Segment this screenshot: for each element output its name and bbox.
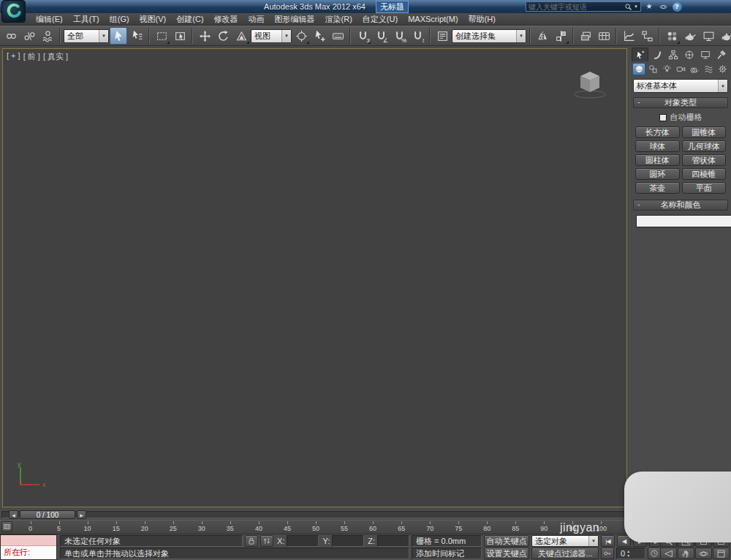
tab-create[interactable] — [632, 48, 648, 61]
open-mini-curve-editor-button[interactable] — [1, 521, 12, 532]
listener-row[interactable]: 所在行: — [1, 546, 56, 559]
bind-to-space-warp-button[interactable] — [39, 27, 56, 45]
maxscript-mini-listener[interactable]: 所在行: — [0, 534, 57, 560]
menu-item[interactable]: 图形编辑器 — [270, 13, 320, 26]
tab-display[interactable] — [698, 48, 713, 61]
align-button[interactable] — [552, 27, 569, 45]
object-type-button[interactable]: 茶壶 — [635, 182, 680, 194]
select-and-rotate-button[interactable] — [214, 27, 232, 45]
previous-frame-arrow[interactable]: ◀ — [9, 510, 18, 519]
set-key-button[interactable]: 设置关键点 — [484, 548, 529, 559]
coord-y-input[interactable] — [332, 535, 364, 547]
category-space-warps[interactable] — [702, 63, 715, 75]
layer-manager-button[interactable] — [577, 27, 594, 45]
coord-z-input[interactable] — [377, 535, 409, 547]
menu-item[interactable]: 创建(C) — [171, 13, 208, 26]
object-type-button[interactable]: 平面 — [682, 182, 727, 194]
category-cameras[interactable] — [674, 63, 687, 75]
menu-item[interactable]: 帮助(H) — [463, 13, 501, 26]
autogrid-checkbox[interactable] — [659, 114, 667, 121]
viewport-general-menu[interactable]: [ + ] — [7, 51, 20, 62]
object-type-button[interactable]: 几何球体 — [682, 140, 727, 152]
object-name-field[interactable] — [636, 215, 731, 227]
category-shapes[interactable] — [646, 63, 659, 75]
pan-view-button[interactable] — [678, 548, 694, 559]
material-editor-button[interactable] — [663, 27, 681, 45]
spinner-snap-toggle-button[interactable]: ↕ — [409, 27, 426, 45]
application-menu-button[interactable] — [1, 0, 26, 23]
menu-item[interactable]: 编辑(E) — [31, 13, 68, 26]
edit-named-selection-sets-button[interactable] — [433, 27, 451, 45]
select-and-manipulate-button[interactable] — [311, 27, 328, 45]
geometry-type-dropdown[interactable]: 标准基本体 ▼ — [633, 79, 728, 93]
coord-x-input[interactable] — [287, 535, 319, 547]
add-time-tag-field[interactable]: 添加时间标记 — [412, 548, 482, 559]
menu-item[interactable]: MAXScript(M) — [403, 14, 463, 24]
object-type-button[interactable]: 长方体 — [635, 126, 680, 138]
chevron-down-icon[interactable]: ▼ — [516, 30, 526, 42]
category-lights[interactable] — [660, 63, 673, 75]
schematic-view-button[interactable] — [638, 27, 656, 45]
menu-item[interactable]: 修改器 — [209, 13, 243, 26]
macro-recorder-row[interactable] — [1, 535, 56, 546]
help-icon[interactable]: ? — [671, 1, 683, 12]
search-input[interactable] — [529, 3, 622, 11]
object-type-button[interactable]: 圆环 — [635, 168, 680, 180]
select-and-scale-button[interactable] — [232, 27, 250, 45]
curve-editor-button[interactable] — [620, 27, 637, 45]
tab-modify[interactable] — [649, 48, 664, 61]
category-helpers[interactable] — [688, 63, 701, 75]
menu-item[interactable]: 渲染(R) — [320, 13, 357, 26]
selection-lock-toggle[interactable] — [245, 535, 258, 547]
object-type-button[interactable]: 管状体 — [682, 154, 727, 166]
render-setup-button[interactable] — [681, 27, 699, 45]
menu-item[interactable]: 动画 — [243, 13, 270, 26]
go-to-start-button[interactable]: |◀ — [601, 535, 615, 547]
reference-coordinate-system-dropdown[interactable]: 视图 ▼ — [251, 29, 292, 43]
front-viewport[interactable]: [ + ] [ 前 ] [ 真实 ] x y — [2, 48, 627, 507]
favorites-star-icon[interactable]: ★ — [643, 1, 655, 12]
rendered-frame-window-button[interactable] — [700, 27, 717, 45]
object-type-rollout-header[interactable]: - 对象类型 — [633, 97, 728, 108]
object-type-button[interactable]: 圆锥体 — [682, 126, 727, 138]
object-type-button[interactable]: 球体 — [635, 140, 680, 152]
orbit-button[interactable] — [695, 548, 712, 559]
snaps-toggle-3d-button[interactable]: 3 — [354, 27, 371, 45]
menu-item[interactable]: 视图(V) — [135, 13, 172, 26]
time-slider-track[interactable] — [1, 511, 629, 518]
angle-snap-toggle-button[interactable]: ∠ — [372, 27, 390, 45]
named-selection-sets-dropdown[interactable]: 创建选择集 ▼ — [452, 29, 526, 43]
auto-key-button[interactable]: 自动关键点 — [484, 535, 529, 547]
field-of-view-button[interactable] — [660, 548, 677, 559]
time-slider-handle[interactable]: 0 / 100 — [20, 510, 75, 519]
viewport-pov-menu[interactable]: [ 前 ] — [23, 51, 40, 62]
select-and-move-button[interactable] — [196, 27, 213, 45]
chevron-down-icon[interactable]: ▼ — [588, 536, 598, 546]
unlink-selection-button[interactable] — [20, 27, 38, 45]
tab-utilities[interactable] — [714, 48, 730, 61]
key-mode-toggle-button[interactable] — [601, 548, 614, 559]
infocenter-search[interactable]: ▼ — [526, 1, 641, 12]
maximize-viewport-toggle-button[interactable] — [713, 548, 730, 559]
tab-hierarchy[interactable] — [665, 48, 681, 61]
search-dropdown-icon[interactable]: ▼ — [634, 4, 638, 9]
keyboard-shortcut-override-button[interactable] — [329, 27, 346, 45]
window-crossing-toggle-button[interactable] — [171, 27, 189, 45]
menu-item[interactable]: 自定义(U) — [357, 13, 403, 26]
graphite-ribbon-toggle-button[interactable] — [595, 27, 613, 45]
chevron-down-icon[interactable]: ▼ — [281, 30, 291, 42]
rectangular-selection-region-button[interactable] — [153, 27, 170, 45]
absolute-offset-mode-toggle[interactable] — [260, 535, 273, 547]
communication-center-icon[interactable] — [657, 1, 669, 12]
search-icon[interactable] — [622, 1, 634, 12]
object-type-button[interactable]: 圆柱体 — [635, 154, 680, 166]
viewcube[interactable] — [569, 67, 610, 100]
chevron-down-icon[interactable]: ▼ — [99, 30, 108, 42]
next-frame-arrow[interactable]: ▶ — [77, 510, 86, 519]
chevron-down-icon[interactable]: ▼ — [718, 80, 727, 92]
select-and-link-button[interactable] — [2, 27, 20, 45]
object-type-button[interactable]: 四棱锥 — [682, 168, 727, 180]
selection-set-dropdown[interactable]: 选定对象 ▼ — [531, 535, 599, 547]
select-object-button[interactable] — [110, 27, 127, 45]
name-color-rollout-header[interactable]: - 名称和颜色 — [633, 200, 728, 211]
